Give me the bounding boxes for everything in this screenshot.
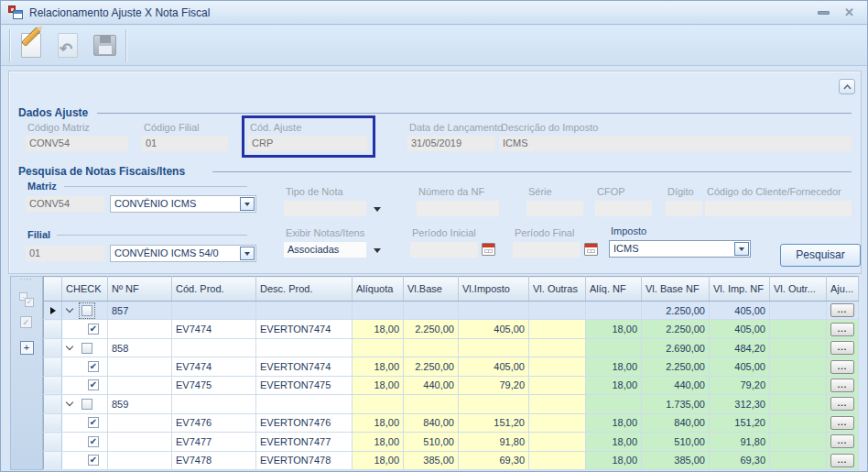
cell-vl-imposto[interactable] [459,338,529,357]
row-checkbox[interactable] [88,417,99,428]
cell-desc-prod[interactable]: EVERTON7475 [256,376,353,394]
cell-vl-base-nf[interactable]: 1.735,00 [642,395,710,413]
cell-vl-base[interactable] [404,302,459,320]
column-header-3[interactable]: Desc. Prod. [256,277,353,302]
grid-row-item-EV7474[interactable]: EV7474EVERTON747418,002.250,00405,0018,0… [44,357,859,376]
cell-vl-base-nf[interactable]: 385,00 [642,451,710,470]
column-header-1[interactable]: Nº NF [108,277,172,302]
save-button[interactable] [86,28,123,63]
cell-vl-base-nf[interactable]: 440,00 [642,376,710,394]
row-checkbox[interactable] [88,436,99,447]
cell-vl-base-nf[interactable]: 2.690,00 [642,338,710,357]
imposto-combo-dropdown-button[interactable] [734,242,749,256]
cell-vl-base[interactable]: 2.250,00 [404,320,459,338]
expand-chevron-icon[interactable] [66,305,73,313]
periodo-inicial-calendar-icon[interactable] [482,243,495,256]
row-checkbox[interactable] [88,361,99,372]
cell-vl-imposto[interactable] [459,302,529,320]
column-header-8[interactable]: Alíq. NF [586,277,642,302]
edit-button[interactable] [13,28,49,63]
cell-vl-outras[interactable] [529,376,586,394]
cell-nf[interactable]: 859 [108,395,172,413]
cell-vl-outr[interactable] [770,338,827,357]
row-checkbox[interactable] [88,379,99,390]
cell-aliquota[interactable]: 18,00 [353,433,404,451]
ajuste-ellipsis-button[interactable]: ... [830,379,854,392]
cell-nf[interactable] [108,357,172,376]
cell-aliquota[interactable]: 18,00 [353,451,404,470]
ajuste-ellipsis-button[interactable]: ... [830,454,854,467]
cell-cod-prod[interactable] [172,302,256,320]
cell-nf[interactable] [108,376,172,394]
cell-aliq-nf[interactable]: 18,00 [586,320,642,338]
matriz-code-field[interactable]: CONV54 [26,196,104,212]
cell-desc-prod[interactable] [256,302,353,320]
column-header-2[interactable]: Cód. Prod. [172,277,256,302]
exibir-notas-combo[interactable]: Associadas [284,242,366,258]
cell-vl-outr[interactable] [770,433,827,451]
column-header-7[interactable]: Vl. Outras [529,277,586,302]
row-checkbox[interactable] [88,455,99,466]
cell-aliquota[interactable]: 18,00 [353,376,404,394]
cell-aliq-nf[interactable]: 18,00 [586,433,642,451]
cell-aliquota[interactable] [353,338,404,357]
cell-vl-imposto[interactable]: 91,80 [459,433,529,451]
periodo-final-calendar-icon[interactable] [584,243,598,256]
close-button[interactable]: ✕ [844,6,854,18]
cell-vl-imp-nf[interactable]: 69,30 [710,451,770,470]
cell-vl-outr[interactable] [770,320,827,338]
cell-vl-outras[interactable] [529,433,586,451]
grid-row-nf-858[interactable]: 8582.690,00484,20... [44,338,859,357]
cell-vl-outras[interactable] [529,395,586,413]
tipo-de-nota-combo[interactable] [284,201,366,216]
cell-vl-base[interactable] [404,395,459,413]
data-lancamento-field[interactable]: 31/05/2019 [407,136,495,151]
grid-row-item-EV7474[interactable]: EV7474EVERTON747418,002.250,00405,0018,0… [44,320,859,338]
cell-vl-imposto[interactable]: 405,00 [459,320,529,338]
cell-cod-prod[interactable]: EV7474 [172,357,256,376]
cell-vl-outr[interactable] [770,451,827,470]
cell-aliquota[interactable] [353,395,404,413]
cliente-fornecedor-field[interactable] [705,201,852,216]
cell-desc-prod[interactable]: EVERTON7476 [256,413,353,432]
ajuste-ellipsis-button[interactable]: ... [830,397,854,411]
cell-aliquota[interactable]: 18,00 [353,413,404,432]
row-header-cell[interactable] [44,357,62,376]
cfop-field[interactable] [595,201,652,216]
cell-aliq-nf[interactable] [586,302,642,320]
cell-cod-prod[interactable]: EV7476 [172,413,256,432]
cell-nf[interactable]: 858 [108,338,172,357]
cell-vl-outras[interactable] [529,302,586,320]
cell-desc-prod[interactable]: EVERTON7474 [256,320,353,338]
grid-row-nf-859[interactable]: 8591.735,00312,30... [44,395,859,413]
cell-vl-imp-nf[interactable]: 91,80 [710,433,770,451]
pesquisar-button[interactable]: Pesquisar [780,244,861,267]
cell-aliq-nf[interactable] [586,395,642,413]
column-header-12[interactable]: Aju... [827,277,859,302]
cell-vl-imposto[interactable]: 151,20 [459,413,529,432]
descricao-imposto-field[interactable]: ICMS [499,136,852,151]
cell-aliq-nf[interactable]: 18,00 [586,413,642,432]
cell-vl-base-nf[interactable]: 840,00 [642,413,710,432]
periodo-inicial-field[interactable] [410,242,478,258]
cell-vl-outr[interactable] [770,413,827,432]
row-header-cell[interactable] [44,338,62,357]
cell-vl-outras[interactable] [529,413,586,432]
cell-aliq-nf[interactable]: 18,00 [586,357,642,376]
row-checkbox[interactable] [81,399,92,410]
ajuste-ellipsis-button[interactable]: ... [830,303,854,317]
expand-chevron-icon[interactable] [66,343,73,350]
cod-ajuste-field[interactable]: CRP [248,136,367,151]
cell-desc-prod[interactable] [256,338,353,357]
row-header-cell[interactable] [44,395,62,413]
cell-aliq-nf[interactable] [586,338,642,357]
ajuste-ellipsis-button[interactable]: ... [830,434,854,448]
cell-cod-prod[interactable]: EV7475 [172,376,256,394]
collapse-panel-button[interactable] [839,79,855,94]
row-header-cell[interactable] [44,451,62,470]
add-row-button[interactable]: + [20,341,34,355]
cell-vl-outras[interactable] [529,357,586,376]
cell-vl-imposto[interactable] [459,395,529,413]
cell-vl-outras[interactable] [529,451,586,470]
cell-aliq-nf[interactable]: 18,00 [586,451,642,470]
